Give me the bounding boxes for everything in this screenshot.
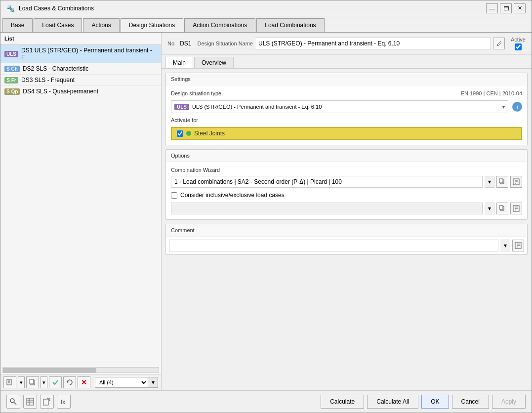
search-icon-button[interactable] — [6, 395, 20, 409]
cancel-button[interactable]: Cancel — [452, 395, 489, 409]
settings-title: Settings — [166, 73, 527, 85]
edit-name-button[interactable] — [493, 38, 505, 49]
steel-joints-button[interactable]: Steel Joints — [171, 127, 522, 140]
inclusive-checkbox[interactable] — [171, 192, 177, 199]
export-icon-button[interactable] — [40, 395, 54, 409]
wizard-copy-button[interactable] — [496, 176, 508, 188]
active-label: Active — [511, 37, 526, 42]
comment-dropdown-arrow[interactable]: ▾ — [500, 240, 510, 251]
green-dot-icon — [186, 131, 191, 136]
title-bar: 🔩 Load Cases & Combinations — 🗖 ✕ — [0, 0, 532, 16]
tab-load-combinations[interactable]: Load Combinations — [256, 18, 324, 32]
name-label: Design Situation Name — [197, 41, 253, 46]
window-title: Load Cases & Combinations — [19, 5, 482, 12]
activate-section: Activate for Steel Joints — [171, 117, 522, 140]
tab-inner-main[interactable]: Main — [165, 57, 193, 68]
type-row: Design situation type EN 1990 | CEN | 20… — [171, 90, 522, 96]
svg-rect-8 — [499, 179, 503, 183]
list-item[interactable]: S Ch DS2 SLS - Characteristic — [0, 63, 161, 75]
wizard-label: Combination Wizard — [171, 167, 522, 173]
comment-input[interactable] — [169, 240, 498, 251]
item-label: DS4 SLS - Quasi-permanent — [23, 88, 98, 95]
inclusive-label: Consider inclusive/exclusive load cases — [180, 192, 285, 199]
type-selector[interactable]: ULS ULS (STR/GEO) - Permanent and transi… — [171, 100, 508, 113]
bottom-bar: fx Calculate Calculate All OK Cancel App… — [0, 390, 532, 413]
calculate-button[interactable]: Calculate — [321, 395, 364, 409]
window-controls: — 🗖 ✕ — [486, 3, 526, 13]
inclusive-edit-button[interactable] — [510, 203, 522, 214]
minimize-button[interactable]: — — [486, 3, 498, 13]
options-section: Options Combination Wizard 1 - Load comb… — [165, 149, 528, 220]
type-selector-row: ULS ULS (STR/GEO) - Permanent and transi… — [171, 100, 522, 113]
list-item[interactable]: ULS DS1 ULS (STR/GEO) - Permanent and tr… — [0, 45, 161, 63]
options-body: Combination Wizard 1 - Load combinations… — [166, 162, 527, 219]
tab-action-combinations[interactable]: Action Combinations — [184, 18, 255, 32]
inclusive-dropdown-arrow[interactable]: ▾ — [485, 203, 494, 214]
type-dropdown-arrow: ▾ — [502, 104, 505, 110]
filter-select[interactable]: All (4) — [95, 377, 148, 388]
new-item-button[interactable] — [3, 376, 16, 388]
svg-point-23 — [10, 399, 14, 403]
settings-section: Settings Design situation type EN 1990 |… — [165, 73, 528, 145]
tab-actions[interactable]: Actions — [83, 18, 119, 32]
table-icon-button[interactable] — [23, 395, 37, 409]
inner-tab-bar: Main Overview — [162, 55, 532, 69]
tab-load-cases[interactable]: Load Cases — [34, 18, 82, 32]
type-standard: EN 1990 | CEN | 2010-04 — [461, 90, 522, 96]
left-toolbar: ▾ ▾ ✕ All (4) ▾ — [0, 374, 161, 390]
inclusive-row: Consider inclusive/exclusive load cases — [171, 192, 522, 199]
svg-line-24 — [14, 402, 16, 405]
copy-item-button[interactable] — [26, 376, 39, 388]
svg-rect-29 — [43, 399, 48, 405]
check-button[interactable] — [49, 376, 62, 388]
formula-icon-button[interactable]: fx — [57, 395, 71, 409]
badge-uls: ULS — [4, 51, 18, 57]
list-item[interactable]: S Qp DS4 SLS - Quasi-permanent — [0, 86, 161, 97]
copy-item-dropdown-button[interactable]: ▾ — [41, 376, 47, 388]
close-button[interactable]: ✕ — [514, 3, 526, 13]
delete-button[interactable]: ✕ — [78, 376, 90, 388]
main-tab-bar: Base Load Cases Actions Design Situation… — [0, 16, 532, 33]
info-button[interactable]: i — [512, 102, 522, 112]
refresh-button[interactable] — [63, 376, 76, 388]
list-item[interactable]: S Fr DS3 SLS - Frequent — [0, 75, 161, 86]
name-group: Design Situation Name — [197, 38, 505, 49]
right-panel: No. DS1 Design Situation Name Active M — [162, 33, 532, 390]
svg-text:fx: fx — [61, 399, 65, 406]
steel-joints-checkbox[interactable] — [177, 130, 183, 137]
tab-base[interactable]: Base — [2, 18, 33, 32]
ok-button[interactable]: OK — [421, 395, 449, 409]
maximize-button[interactable]: 🗖 — [500, 3, 512, 13]
new-item-dropdown-button[interactable]: ▾ — [18, 376, 25, 388]
wizard-edit-button[interactable] — [510, 176, 522, 188]
main-window: 🔩 Load Cases & Combinations — 🗖 ✕ Base L… — [0, 0, 532, 413]
tab-design-situations[interactable]: Design Situations — [121, 18, 183, 32]
content-area: List ULS DS1 ULS (STR/GEO) - Permanent a… — [0, 33, 532, 390]
comment-edit-button[interactable] — [512, 240, 524, 251]
name-input[interactable] — [255, 38, 491, 49]
action-buttons: Calculate Calculate All OK Cancel Apply — [321, 395, 526, 409]
comment-section: Comment ▾ — [165, 224, 528, 255]
filter-dropdown-arrow[interactable]: ▾ — [148, 377, 158, 388]
active-checkbox[interactable] — [515, 43, 522, 50]
list-header: List — [0, 33, 161, 45]
steel-joints-label: Steel Joints — [194, 130, 225, 137]
activate-label: Activate for — [171, 117, 522, 123]
horizontal-scrollbar[interactable] — [2, 367, 159, 373]
type-badge-uls: ULS — [174, 104, 189, 110]
options-title: Options — [166, 150, 527, 162]
type-label: Design situation type — [171, 90, 221, 96]
tab-inner-overview[interactable]: Overview — [194, 57, 234, 68]
comment-body: ▾ — [166, 237, 527, 254]
calculate-all-button[interactable]: Calculate All — [367, 395, 418, 409]
item-label: DS1 ULS (STR/GEO) - Permanent and transi… — [21, 47, 157, 61]
wizard-dropdown-arrow[interactable]: ▾ — [485, 176, 494, 188]
inclusive-copy-button[interactable] — [496, 203, 508, 214]
number-value: DS1 — [180, 40, 191, 47]
active-group: Active — [511, 37, 526, 50]
apply-button[interactable]: Apply — [492, 395, 526, 409]
left-panel: List ULS DS1 ULS (STR/GEO) - Permanent a… — [0, 33, 162, 390]
wizard-row: 1 - Load combinations | SA2 - Second-ord… — [171, 176, 522, 188]
svg-marker-6 — [67, 381, 69, 383]
number-group: No. DS1 — [167, 40, 191, 47]
